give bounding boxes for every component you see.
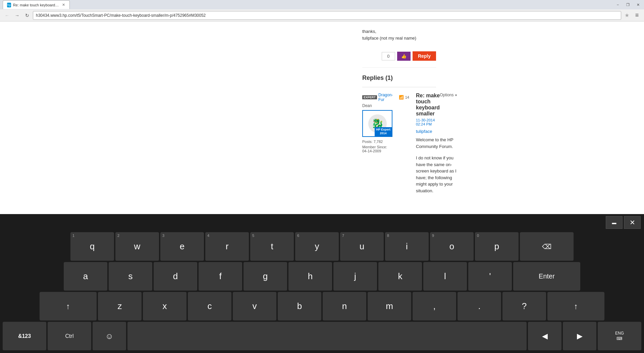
reply-item: EXPERT Dragon-Fur 📶 14 Dean 🐉 HP Expert … bbox=[362, 93, 436, 194]
key-j[interactable]: j bbox=[333, 262, 377, 291]
key-apostrophe[interactable]: ' bbox=[468, 262, 512, 291]
keyboard-row-2: a s d f g h j k l ' Enter bbox=[3, 262, 641, 291]
member-since-value: 04-14-2009 bbox=[362, 149, 381, 153]
rank-number: 14 bbox=[405, 95, 409, 99]
key-w[interactable]: 2w bbox=[115, 232, 159, 261]
nav-bar: ← → ↻ ★ ≡ bbox=[0, 9, 644, 21]
keyboard-close-icon: ✕ bbox=[630, 218, 635, 226]
hp-expert-line1: HP Expert bbox=[376, 128, 390, 131]
key-ctrl[interactable]: Ctrl bbox=[48, 322, 91, 350]
thumbs-up-icon: 👍 bbox=[401, 54, 407, 59]
key-k[interactable]: k bbox=[378, 262, 422, 291]
key-i[interactable]: 8i bbox=[385, 232, 429, 261]
key-comma[interactable]: , bbox=[413, 292, 456, 320]
reply-button[interactable]: Reply bbox=[413, 51, 436, 61]
hp-expert-line2: 2014 bbox=[380, 132, 387, 135]
key-p[interactable]: 0p bbox=[475, 232, 519, 261]
key-y[interactable]: 6y bbox=[295, 232, 339, 261]
close-button[interactable]: ✕ bbox=[633, 1, 643, 8]
tab-close-button[interactable]: ✕ bbox=[61, 3, 65, 7]
tab-favicon: hp bbox=[7, 3, 11, 7]
reply-divider bbox=[362, 87, 436, 87]
window-controls: − ❐ ✕ bbox=[613, 1, 643, 8]
key-arrow-left[interactable]: ◀ bbox=[528, 322, 561, 350]
author-name-link[interactable]: Dragon-Fur bbox=[378, 93, 397, 102]
key-n[interactable]: n bbox=[323, 292, 366, 320]
reply-text2: I do not know if you have the same on-sc… bbox=[416, 155, 457, 194]
keyboard-row-3: ↑ z x c v b n m , . ? ↑ bbox=[3, 292, 641, 320]
key-c[interactable]: c bbox=[188, 292, 231, 320]
key-language[interactable]: ENG⌨ bbox=[598, 322, 641, 350]
key-b[interactable]: b bbox=[278, 292, 321, 320]
reload-button[interactable]: ↻ bbox=[23, 11, 32, 20]
browser-chrome: hp Re: make touch keyboard smaller ✕ − ❐… bbox=[0, 0, 644, 21]
minimize-button[interactable]: − bbox=[613, 1, 623, 8]
active-tab[interactable]: hp Re: make touch keyboard smaller ✕ bbox=[3, 0, 70, 9]
key-z[interactable]: z bbox=[98, 292, 142, 320]
key-u[interactable]: 7u bbox=[340, 232, 384, 261]
reply-date: 11-30-2014 02:24 PM bbox=[416, 118, 440, 126]
chevron-down-icon: ▾ bbox=[455, 93, 457, 97]
key-enter[interactable]: Enter bbox=[513, 262, 580, 291]
reply-body: Re: make touch keyboard smaller 11-30-20… bbox=[416, 93, 457, 194]
keyboard-row-1: 1q 2w 3e 4r 5t 6y 7u 8i 9o 0p ⌫ bbox=[3, 232, 641, 261]
key-t[interactable]: 5t bbox=[250, 232, 294, 261]
keyboard-minimize-button[interactable]: ▬ bbox=[606, 216, 623, 229]
keyboard-row-4: &123 Ctrl ☺ ◀ ▶ ENG⌨ bbox=[3, 322, 641, 350]
key-emoji[interactable]: ☺ bbox=[93, 322, 126, 350]
forward-button[interactable]: → bbox=[13, 11, 21, 20]
key-g[interactable]: g bbox=[244, 262, 287, 291]
key-symbols[interactable]: &123 bbox=[3, 322, 46, 350]
keyboard-titlebar: ▬ ✕ bbox=[0, 214, 644, 231]
key-m[interactable]: m bbox=[368, 292, 411, 320]
author-name-line: EXPERT Dragon-Fur 📶 14 bbox=[362, 93, 409, 102]
key-e[interactable]: 3e bbox=[160, 232, 204, 261]
reply-options: Options ▾ bbox=[440, 93, 457, 97]
restore-button[interactable]: ❐ bbox=[623, 1, 633, 8]
content-area: thanks, tulipface (not my real name) 0 👍… bbox=[195, 28, 449, 194]
keyboard-overlay: ▬ ✕ 1q 2w 3e 4r 5t 6y 7u 8i 9o 0p ⌫ a s … bbox=[0, 214, 644, 353]
key-r[interactable]: 4r bbox=[205, 232, 249, 261]
key-s[interactable]: s bbox=[109, 262, 152, 291]
key-f[interactable]: f bbox=[199, 262, 242, 291]
member-since-label: Member Since: bbox=[362, 145, 387, 149]
tab-label: Re: make touch keyboard smaller bbox=[13, 3, 59, 7]
key-q[interactable]: 1q bbox=[70, 232, 114, 261]
key-d[interactable]: d bbox=[154, 262, 197, 291]
avatar-container: 🐉 HP Expert 2014 bbox=[362, 110, 392, 137]
keyboard-body: 1q 2w 3e 4r 5t 6y 7u 8i 9o 0p ⌫ a s d f … bbox=[0, 231, 644, 353]
thanks-line1: thanks, bbox=[362, 28, 436, 35]
key-a[interactable]: a bbox=[64, 262, 107, 291]
kudos-button[interactable]: 👍 bbox=[397, 52, 411, 61]
address-bar[interactable] bbox=[33, 11, 621, 20]
key-v[interactable]: v bbox=[233, 292, 276, 320]
posts-value: 7,782 bbox=[374, 140, 383, 144]
replies-section: Replies (1) EXPERT Dragon-Fur 📶 14 Dean bbox=[362, 68, 436, 194]
key-shift-right[interactable]: ↑ bbox=[547, 292, 604, 320]
reply-title: Re: make touch keyboard smaller bbox=[416, 93, 440, 117]
key-shift-left[interactable]: ↑ bbox=[40, 292, 97, 320]
back-button[interactable]: ← bbox=[3, 11, 11, 20]
reply-author: EXPERT Dragon-Fur 📶 14 Dean 🐉 HP Expert … bbox=[362, 93, 409, 194]
options-link[interactable]: Options bbox=[440, 93, 453, 97]
key-l[interactable]: l bbox=[423, 262, 467, 291]
author-posts: Posts: 7,782 bbox=[362, 140, 409, 144]
key-o[interactable]: 9o bbox=[430, 232, 474, 261]
key-period[interactable]: . bbox=[458, 292, 501, 320]
key-arrow-right[interactable]: ▶ bbox=[563, 322, 596, 350]
kudos-count: 0 bbox=[382, 52, 395, 60]
key-question[interactable]: ? bbox=[502, 292, 546, 320]
bookmark-icon[interactable]: ★ bbox=[623, 11, 631, 20]
replies-heading: Replies (1) bbox=[362, 74, 436, 82]
key-h[interactable]: h bbox=[288, 262, 332, 291]
action-bar: 0 👍 Reply bbox=[362, 48, 436, 68]
reply-header: Re: make touch keyboard smaller 11-30-20… bbox=[416, 93, 457, 129]
key-space[interactable] bbox=[127, 322, 527, 350]
keyboard-close-button[interactable]: ✕ bbox=[624, 216, 641, 229]
posts-label: Posts: bbox=[362, 140, 373, 144]
key-x[interactable]: x bbox=[143, 292, 186, 320]
reply-mention[interactable]: tulipface bbox=[416, 129, 457, 134]
menu-icon[interactable]: ≡ bbox=[633, 11, 641, 20]
key-backspace[interactable]: ⌫ bbox=[520, 232, 574, 261]
hp-expert-badge: HP Expert 2014 bbox=[375, 127, 392, 136]
